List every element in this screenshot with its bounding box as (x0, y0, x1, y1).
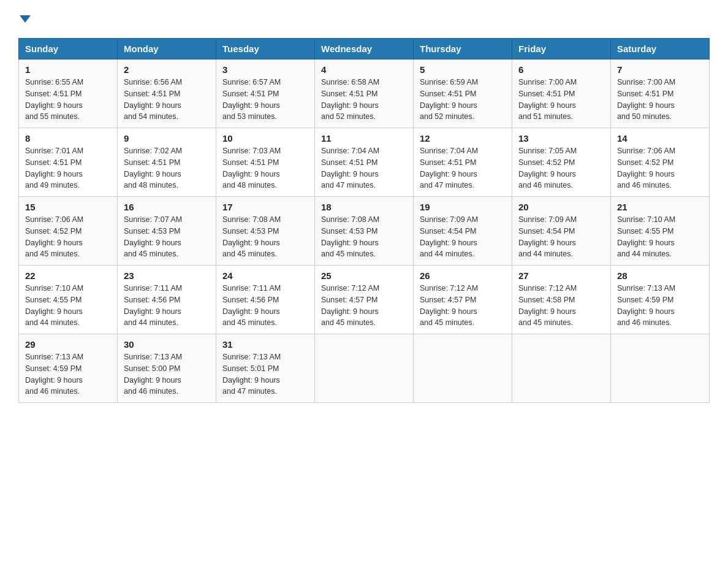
calendar-cell: 23Sunrise: 7:11 AM Sunset: 4:56 PM Dayli… (118, 266, 216, 334)
day-info: Sunrise: 6:57 AM Sunset: 4:51 PM Dayligh… (222, 78, 281, 121)
day-info: Sunrise: 7:04 AM Sunset: 4:51 PM Dayligh… (420, 147, 478, 190)
day-info: Sunrise: 7:12 AM Sunset: 4:57 PM Dayligh… (321, 284, 379, 327)
day-number: 29 (25, 339, 111, 350)
calendar-cell: 24Sunrise: 7:11 AM Sunset: 4:56 PM Dayli… (216, 266, 315, 334)
day-number: 15 (25, 202, 111, 212)
day-info: Sunrise: 7:06 AM Sunset: 4:52 PM Dayligh… (25, 215, 83, 258)
day-number: 10 (222, 133, 308, 144)
day-info: Sunrise: 7:02 AM Sunset: 4:51 PM Dayligh… (124, 147, 182, 190)
calendar-cell: 27Sunrise: 7:12 AM Sunset: 4:58 PM Dayli… (512, 266, 611, 334)
day-number: 8 (25, 133, 111, 144)
calendar-table: SundayMondayTuesdayWednesdayThursdayFrid… (18, 38, 710, 403)
week-row-5: 29Sunrise: 7:13 AM Sunset: 4:59 PM Dayli… (19, 334, 710, 403)
day-info: Sunrise: 7:12 AM Sunset: 4:57 PM Dayligh… (420, 284, 478, 327)
calendar-cell: 3Sunrise: 6:57 AM Sunset: 4:51 PM Daylig… (216, 59, 315, 128)
day-number: 5 (420, 64, 506, 75)
day-info: Sunrise: 7:01 AM Sunset: 4:51 PM Dayligh… (25, 147, 83, 190)
calendar-cell: 12Sunrise: 7:04 AM Sunset: 4:51 PM Dayli… (414, 128, 512, 197)
day-info: Sunrise: 7:09 AM Sunset: 4:54 PM Dayligh… (518, 215, 577, 258)
day-info: Sunrise: 7:06 AM Sunset: 4:52 PM Dayligh… (617, 147, 675, 190)
calendar-cell: 17Sunrise: 7:08 AM Sunset: 4:53 PM Dayli… (216, 197, 315, 266)
calendar-cell: 25Sunrise: 7:12 AM Sunset: 4:57 PM Dayli… (315, 266, 414, 334)
day-info: Sunrise: 7:09 AM Sunset: 4:54 PM Dayligh… (420, 215, 478, 258)
calendar-cell: 6Sunrise: 7:00 AM Sunset: 4:51 PM Daylig… (512, 59, 611, 128)
day-info: Sunrise: 6:59 AM Sunset: 4:51 PM Dayligh… (420, 78, 478, 121)
week-row-2: 8Sunrise: 7:01 AM Sunset: 4:51 PM Daylig… (19, 128, 710, 197)
calendar-cell (512, 334, 611, 403)
day-number: 23 (124, 270, 210, 281)
day-number: 28 (617, 270, 703, 281)
calendar-cell (414, 334, 512, 403)
day-number: 22 (25, 270, 111, 281)
day-number: 21 (617, 202, 703, 212)
day-number: 26 (420, 270, 506, 281)
week-row-3: 15Sunrise: 7:06 AM Sunset: 4:52 PM Dayli… (19, 197, 710, 266)
day-number: 27 (518, 270, 604, 281)
day-number: 30 (124, 339, 210, 350)
day-info: Sunrise: 7:13 AM Sunset: 4:59 PM Dayligh… (617, 284, 675, 327)
day-info: Sunrise: 7:05 AM Sunset: 4:52 PM Dayligh… (518, 147, 577, 190)
day-number: 7 (617, 64, 703, 75)
column-header-thursday: Thursday (414, 39, 512, 59)
day-info: Sunrise: 7:04 AM Sunset: 4:51 PM Dayligh… (321, 147, 379, 190)
day-info: Sunrise: 7:12 AM Sunset: 4:58 PM Dayligh… (518, 284, 577, 327)
calendar-cell: 2Sunrise: 6:56 AM Sunset: 4:51 PM Daylig… (118, 59, 216, 128)
day-number: 16 (124, 202, 210, 212)
day-info: Sunrise: 7:08 AM Sunset: 4:53 PM Dayligh… (222, 215, 281, 258)
day-number: 4 (321, 64, 407, 75)
calendar-cell: 9Sunrise: 7:02 AM Sunset: 4:51 PM Daylig… (118, 128, 216, 197)
calendar-cell: 11Sunrise: 7:04 AM Sunset: 4:51 PM Dayli… (315, 128, 414, 197)
day-number: 18 (321, 202, 407, 212)
calendar-cell: 4Sunrise: 6:58 AM Sunset: 4:51 PM Daylig… (315, 59, 414, 128)
column-header-wednesday: Wednesday (315, 39, 414, 59)
calendar-cell: 15Sunrise: 7:06 AM Sunset: 4:52 PM Dayli… (19, 197, 118, 266)
day-info: Sunrise: 7:00 AM Sunset: 4:51 PM Dayligh… (518, 78, 577, 121)
day-info: Sunrise: 7:07 AM Sunset: 4:53 PM Dayligh… (124, 215, 182, 258)
calendar-cell: 8Sunrise: 7:01 AM Sunset: 4:51 PM Daylig… (19, 128, 118, 197)
calendar-cell: 29Sunrise: 7:13 AM Sunset: 4:59 PM Dayli… (19, 334, 118, 403)
logo (18, 12, 31, 27)
calendar-cell: 18Sunrise: 7:08 AM Sunset: 4:53 PM Dayli… (315, 197, 414, 266)
day-info: Sunrise: 6:55 AM Sunset: 4:51 PM Dayligh… (25, 78, 83, 121)
day-info: Sunrise: 7:11 AM Sunset: 4:56 PM Dayligh… (222, 284, 281, 327)
day-info: Sunrise: 6:58 AM Sunset: 4:51 PM Dayligh… (321, 78, 379, 121)
day-info: Sunrise: 7:10 AM Sunset: 4:55 PM Dayligh… (617, 215, 675, 258)
day-number: 17 (222, 202, 308, 212)
calendar-cell: 28Sunrise: 7:13 AM Sunset: 4:59 PM Dayli… (611, 266, 710, 334)
calendar-cell: 1Sunrise: 6:55 AM Sunset: 4:51 PM Daylig… (19, 59, 118, 128)
calendar-cell: 26Sunrise: 7:12 AM Sunset: 4:57 PM Dayli… (414, 266, 512, 334)
day-info: Sunrise: 7:08 AM Sunset: 4:53 PM Dayligh… (321, 215, 379, 258)
page-header (18, 12, 710, 27)
column-header-tuesday: Tuesday (216, 39, 315, 59)
day-number: 19 (420, 202, 506, 212)
column-header-monday: Monday (118, 39, 216, 59)
day-info: Sunrise: 7:03 AM Sunset: 4:51 PM Dayligh… (222, 147, 281, 190)
week-row-1: 1Sunrise: 6:55 AM Sunset: 4:51 PM Daylig… (19, 59, 710, 128)
column-header-saturday: Saturday (611, 39, 710, 59)
calendar-cell: 20Sunrise: 7:09 AM Sunset: 4:54 PM Dayli… (512, 197, 611, 266)
day-number: 24 (222, 270, 308, 281)
day-number: 13 (518, 133, 604, 144)
calendar-cell: 10Sunrise: 7:03 AM Sunset: 4:51 PM Dayli… (216, 128, 315, 197)
column-header-sunday: Sunday (19, 39, 118, 59)
day-info: Sunrise: 7:11 AM Sunset: 4:56 PM Dayligh… (124, 284, 182, 327)
day-number: 3 (222, 64, 308, 75)
day-number: 20 (518, 202, 604, 212)
day-info: Sunrise: 7:00 AM Sunset: 4:51 PM Dayligh… (617, 78, 675, 121)
day-number: 14 (617, 133, 703, 144)
calendar-cell (611, 334, 710, 403)
calendar-header-row: SundayMondayTuesdayWednesdayThursdayFrid… (19, 39, 710, 59)
day-number: 6 (518, 64, 604, 75)
calendar-cell: 31Sunrise: 7:13 AM Sunset: 5:01 PM Dayli… (216, 334, 315, 403)
day-number: 25 (321, 270, 407, 281)
day-number: 2 (124, 64, 210, 75)
calendar-cell (315, 334, 414, 403)
day-info: Sunrise: 6:56 AM Sunset: 4:51 PM Dayligh… (124, 78, 182, 121)
column-header-friday: Friday (512, 39, 611, 59)
day-number: 31 (222, 339, 308, 350)
day-number: 1 (25, 64, 111, 75)
day-info: Sunrise: 7:13 AM Sunset: 5:01 PM Dayligh… (222, 353, 281, 396)
calendar-cell: 16Sunrise: 7:07 AM Sunset: 4:53 PM Dayli… (118, 197, 216, 266)
day-number: 12 (420, 133, 506, 144)
day-number: 9 (124, 133, 210, 144)
